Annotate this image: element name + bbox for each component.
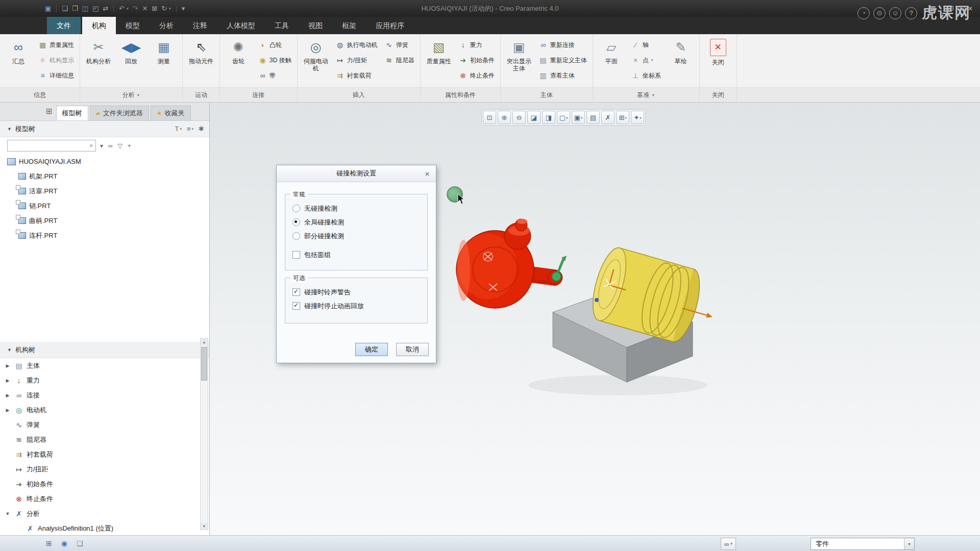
coordinate-system-button[interactable]: ⊥坐标系 bbox=[628, 69, 664, 82]
gears-button[interactable]: ✺齿轮 bbox=[223, 35, 254, 87]
navigator-grid-icon[interactable]: ⊞ bbox=[46, 107, 53, 116]
regenerate-icon[interactable]: ↻ bbox=[161, 5, 167, 12]
mech-bushing-loads[interactable]: ⇉衬套载荷 bbox=[0, 447, 209, 462]
cancel-button[interactable]: 取消 bbox=[396, 343, 429, 356]
find-tool-button[interactable]: ∞ ▾ bbox=[721, 538, 736, 550]
search-find-icon[interactable]: ∞ bbox=[108, 142, 113, 149]
tree-item[interactable]: 连杆.PRT bbox=[0, 228, 209, 243]
checkbox-include-quilts[interactable] bbox=[292, 251, 300, 259]
mech-dampers[interactable]: ≋阻尼器 bbox=[0, 432, 209, 447]
delete-icon[interactable]: ⊠ bbox=[152, 5, 157, 12]
mech-initial-conditions[interactable]: ➔初始条件 bbox=[0, 477, 209, 491]
search-filter-icon[interactable]: ▽ bbox=[118, 142, 122, 149]
app-icon[interactable]: ▣ bbox=[45, 5, 51, 12]
crankshaft-part[interactable] bbox=[456, 219, 562, 308]
expand-arrow-icon[interactable]: ▼ bbox=[4, 511, 11, 516]
mech-connections[interactable]: ▶∞连接 bbox=[0, 388, 209, 403]
search-history-icon[interactable]: ▾ bbox=[100, 142, 103, 149]
mech-springs[interactable]: ∿弹簧 bbox=[0, 417, 209, 432]
summary-button[interactable]: ∞汇总 bbox=[3, 35, 34, 87]
tab-mechanism[interactable]: 机构 bbox=[82, 17, 116, 34]
initial-conditions-button[interactable]: ➔初始条件 bbox=[456, 54, 498, 67]
repaint-button[interactable]: ◪ bbox=[527, 111, 541, 124]
measure-button[interactable]: ▦测量 bbox=[148, 35, 180, 87]
collapse-icon[interactable]: ▼ bbox=[7, 347, 12, 353]
mech-termination-conditions[interactable]: ⊗终止条件 bbox=[0, 491, 209, 506]
undo-icon[interactable]: ↶ bbox=[119, 5, 125, 12]
ribbon-group-label[interactable]: 分析▼ bbox=[80, 87, 182, 102]
highlight-bodies-button[interactable]: ▣突出显示主体 bbox=[503, 35, 535, 87]
tab-analysis[interactable]: 分析 bbox=[150, 17, 183, 34]
tree-item[interactable]: 曲柄.PRT bbox=[0, 213, 209, 228]
tab-file[interactable]: 文件 bbox=[47, 17, 81, 34]
servo-motor-button[interactable]: ◎伺服电动机 bbox=[300, 35, 332, 87]
mech-motors[interactable]: ▶◎电动机 bbox=[0, 403, 209, 417]
dampers-button[interactable]: ≋阻尼器 bbox=[382, 54, 418, 67]
render-settings-button[interactable]: ✦▾ bbox=[631, 111, 644, 124]
close-button[interactable]: ✕ bbox=[961, 0, 980, 17]
expand-arrow-icon[interactable]: ▶ bbox=[4, 378, 11, 383]
gravity-button[interactable]: ↓重力 bbox=[456, 38, 498, 52]
search-input[interactable]: × bbox=[7, 140, 96, 152]
springs-button[interactable]: ∿弹簧 bbox=[382, 38, 418, 52]
mech-analysis-definition[interactable]: ✗AnalysisDefinition1 (位置) bbox=[0, 521, 209, 536]
checkbox-stop-playback[interactable] bbox=[292, 302, 300, 310]
customize-toolbar-icon[interactable]: ▾ bbox=[182, 5, 185, 12]
drag-components-button[interactable]: ⇖拖动元件 bbox=[185, 35, 217, 87]
detail-info-button[interactable]: ≡详细信息 bbox=[35, 69, 77, 82]
tree-item[interactable]: 机架.PRT bbox=[0, 169, 209, 184]
tab-framework[interactable]: 框架 bbox=[332, 17, 366, 34]
contact-3d-button[interactable]: ◉3D 接触 bbox=[255, 54, 295, 67]
annotations-button[interactable]: ✗ bbox=[601, 111, 615, 124]
view-body-button[interactable]: ▥查看主体 bbox=[536, 69, 590, 82]
tab-model-tree[interactable]: 模型树 bbox=[56, 106, 88, 120]
tab-favorites[interactable]: ★收藏夹 bbox=[151, 106, 191, 120]
zoom-in-button[interactable]: ⊕ bbox=[498, 111, 511, 124]
save-icon[interactable]: ◫ bbox=[82, 5, 88, 12]
belts-button[interactable]: ∞带 bbox=[255, 69, 295, 82]
saved-views-button[interactable]: ▤ bbox=[586, 111, 600, 124]
tab-manikin[interactable]: 人体模型 bbox=[217, 17, 265, 34]
selection-filter-select[interactable]: 零件 ▾ bbox=[811, 538, 915, 550]
stop-icon[interactable]: ✕ bbox=[142, 5, 148, 12]
mech-bodies[interactable]: ▶▤主体 bbox=[0, 358, 209, 373]
open-file-icon[interactable]: ❐ bbox=[72, 5, 78, 12]
redo-icon[interactable]: ↷ bbox=[133, 5, 138, 12]
reconnect-button[interactable]: ∞重新连接 bbox=[536, 38, 590, 52]
playback-button[interactable]: ◀▶回放 bbox=[115, 35, 147, 87]
close-mechanism-button[interactable]: ✕关闭 bbox=[702, 35, 734, 87]
expand-arrow-icon[interactable]: ▶ bbox=[4, 363, 11, 368]
view-manager-button[interactable]: ⊞▾ bbox=[616, 111, 629, 124]
tree-filter-icon[interactable]: T▾ bbox=[175, 125, 182, 133]
radio-global-collision[interactable] bbox=[292, 218, 300, 226]
shading-button[interactable]: ◨ bbox=[542, 111, 555, 124]
redefine-body-button[interactable]: ▤重新定义主体 bbox=[536, 54, 590, 67]
tree-display-icon[interactable]: ≡▾ bbox=[187, 125, 193, 133]
mechanism-analysis-button[interactable]: ✂机构分析 bbox=[83, 35, 114, 87]
expand-arrow-icon[interactable]: ▶ bbox=[4, 393, 11, 398]
tab-tools[interactable]: 工具 bbox=[265, 17, 299, 34]
dialog-close-icon[interactable]: × bbox=[423, 169, 432, 178]
plane-button[interactable]: ▱平面 bbox=[596, 35, 627, 87]
mech-force-torque[interactable]: ↦力/扭距 bbox=[0, 462, 209, 477]
radio-no-collision[interactable] bbox=[292, 205, 300, 212]
minimize-button[interactable]: ─ bbox=[922, 0, 941, 17]
tree-item[interactable]: 活塞.PRT bbox=[0, 184, 209, 198]
tab-view[interactable]: 视图 bbox=[299, 17, 332, 34]
display-style-button[interactable]: ▢▾ bbox=[557, 111, 570, 124]
datum-display-button[interactable]: ▣▾ bbox=[572, 111, 585, 124]
new-file-icon[interactable]: ❏ bbox=[62, 5, 68, 12]
force-motor-button[interactable]: ◍执行电动机 bbox=[333, 38, 381, 52]
ok-button[interactable]: 确定 bbox=[355, 343, 388, 356]
mass-properties-info-button[interactable]: ▦质量属性 bbox=[35, 38, 77, 52]
bushing-load-button[interactable]: ⇉衬套载荷 bbox=[333, 69, 381, 82]
zoom-fit-button[interactable]: ⊡ bbox=[483, 111, 496, 124]
termination-conditions-button[interactable]: ⊗终止条件 bbox=[456, 69, 498, 82]
axis-button[interactable]: ∕轴 bbox=[628, 38, 664, 52]
maximize-button[interactable]: ❐ bbox=[941, 0, 961, 17]
document-icon[interactable]: ❏ bbox=[77, 539, 83, 547]
tree-item[interactable]: 销.PRT bbox=[0, 198, 209, 213]
dialog-titlebar[interactable]: 碰撞检测设置 × bbox=[277, 165, 436, 182]
tab-annotate[interactable]: 注释 bbox=[183, 17, 217, 34]
mass-properties-button[interactable]: ▧质量属性 bbox=[423, 35, 455, 87]
